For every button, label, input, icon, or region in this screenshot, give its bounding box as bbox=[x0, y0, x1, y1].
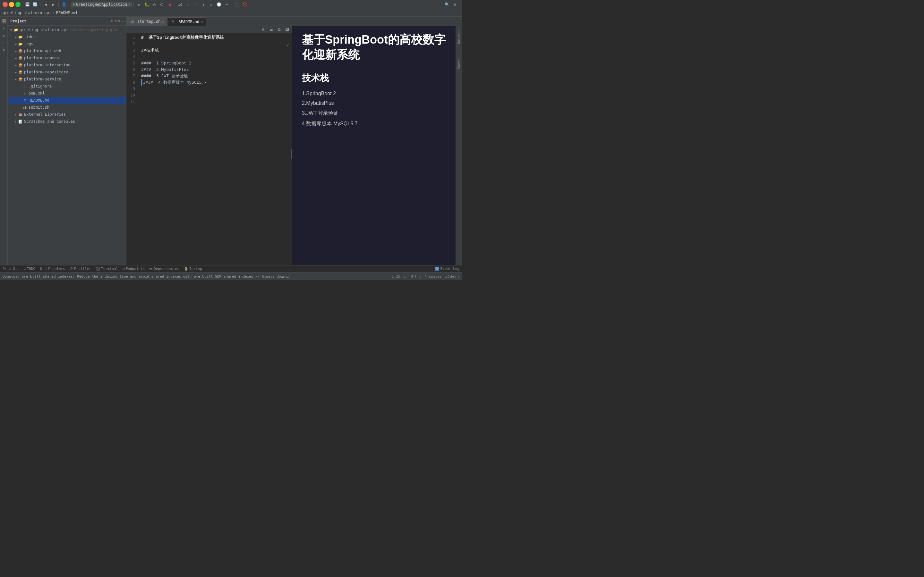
close-panel-icon[interactable]: — bbox=[121, 19, 124, 23]
indent-settings[interactable]: 4 spaces bbox=[425, 274, 442, 279]
problems-number: 6: bbox=[40, 267, 44, 271]
tree-pom[interactable]: ▶ m pom.xml bbox=[8, 90, 126, 97]
event-log-window[interactable]: 1 Event Log bbox=[435, 267, 459, 271]
no-icon-button[interactable]: 🚫 bbox=[241, 1, 248, 8]
spring-tool-window[interactable]: 🍃 Spring bbox=[184, 267, 202, 271]
preview-item-1: 1.SpringBoot 2 bbox=[302, 91, 446, 97]
event-log-badge: 1 bbox=[435, 267, 439, 271]
git-branch-button[interactable]: ⎇ bbox=[177, 1, 184, 8]
bookmark-icon[interactable]: ⊕ bbox=[1, 25, 7, 31]
interaction-icon: 📦 bbox=[18, 63, 23, 68]
editor-code-content[interactable]: 1 2 3 4 5 6 7 8 9 10 11 # 基于SpringBoot的高… bbox=[126, 33, 292, 265]
line-ending[interactable]: LF bbox=[403, 274, 407, 279]
profile-button[interactable]: ⏱ bbox=[158, 1, 166, 8]
image-view-btn[interactable]: 🖼 bbox=[284, 26, 291, 33]
debug-button[interactable]: 🐛 bbox=[143, 1, 150, 8]
code-line-1: # 基于SpringBoot的高校数字化迎新系统 bbox=[141, 34, 289, 41]
database-tab[interactable]: Database bbox=[457, 27, 461, 45]
git-history-button[interactable]: 🕐 bbox=[215, 1, 222, 8]
tree-readme[interactable]: ▶ M README.md bbox=[8, 97, 126, 104]
minimize-button[interactable] bbox=[9, 2, 14, 7]
tree-platform-service[interactable]: ▶ 📦 platform-service bbox=[8, 76, 126, 83]
code-text[interactable]: # 基于SpringBoot的高校数字化迎新系统 ##技术栈 #### 1.Sp… bbox=[138, 33, 292, 265]
structure-sidebar-icon[interactable]: ⊞ bbox=[1, 46, 7, 53]
tree-logs[interactable]: ▶ 📂 logs bbox=[8, 40, 126, 47]
profiler-label: Profiler bbox=[74, 267, 91, 271]
tree-gitignore[interactable]: ▶ ⊘ .gitignore bbox=[8, 83, 126, 90]
git-check-button[interactable]: ✓ bbox=[184, 1, 192, 8]
git-sidebar-icon[interactable]: ± bbox=[1, 32, 7, 39]
cursor-position[interactable]: 1:25 bbox=[392, 274, 401, 279]
project-icon[interactable] bbox=[1, 18, 7, 24]
split-view-btn[interactable]: ⧉ bbox=[276, 26, 283, 33]
back-button[interactable]: ◀ bbox=[42, 1, 49, 8]
list-view-btn[interactable]: ☰ bbox=[268, 26, 275, 33]
scroll-indicator[interactable] bbox=[291, 149, 292, 159]
close-button[interactable] bbox=[3, 2, 8, 7]
profiler-icon: ⏱ bbox=[69, 267, 73, 271]
maximize-button[interactable] bbox=[15, 2, 21, 7]
problems-label: Problems bbox=[48, 267, 65, 271]
git-push-button[interactable]: ↑ bbox=[200, 1, 207, 8]
status-right: 1:25 LF UTF-8 4 spaces ⎇ dev ↑ bbox=[392, 274, 459, 279]
terminal-icon-button[interactable]: ⬛ bbox=[234, 1, 241, 8]
endpoints-icon: ◎ bbox=[123, 267, 125, 271]
tree-platform-repository[interactable]: ▶ 📦 platform-repository bbox=[8, 69, 126, 76]
tree-platform-common[interactable]: ▶ 📦 platform-common bbox=[8, 55, 126, 61]
breadcrumb-file[interactable]: README.md bbox=[56, 11, 77, 15]
panel-settings-icon[interactable]: ⚙ bbox=[118, 19, 120, 23]
root-folder-icon: 📁 bbox=[13, 27, 19, 32]
profiler-tool-window[interactable]: ⏱ Profiler bbox=[69, 267, 91, 271]
line-numbers: 1 2 3 4 5 6 7 8 9 10 11 bbox=[126, 33, 138, 265]
run-button[interactable]: ▶ bbox=[136, 1, 142, 8]
tree-root[interactable]: ▼ 📁 greeting-platform-api ~/GitCode/gree… bbox=[8, 26, 126, 33]
logs-label: logs bbox=[24, 42, 33, 46]
search-button[interactable]: 🔍 bbox=[443, 1, 451, 8]
tree-platform-api-web[interactable]: ▶ 📦 platform-api-web bbox=[8, 47, 126, 55]
save-all-button[interactable]: 💾 bbox=[24, 1, 31, 8]
git-commit-button[interactable]: ✓ bbox=[192, 1, 199, 8]
problems-tool-window[interactable]: 6: ⚠ Problems bbox=[40, 267, 65, 271]
endpoints-tool-window[interactable]: ◎ Endpoints bbox=[123, 267, 145, 271]
tree-platform-interaction[interactable]: ▶ 📦 platform-interaction bbox=[8, 61, 126, 69]
tab-startup[interactable]: sh startup.sh ✕ bbox=[126, 17, 168, 26]
stop-button[interactable]: ■ bbox=[166, 1, 173, 8]
breadcrumb-project[interactable]: greeting-platform-api bbox=[3, 11, 51, 15]
terminal-tool-window[interactable]: ⬛ Terminal bbox=[95, 267, 118, 271]
grid-view-btn[interactable]: ⊞ bbox=[260, 26, 267, 33]
right-sidebar: Database Maven bbox=[456, 26, 462, 265]
tree-arrow-idea: ▶ bbox=[13, 35, 18, 39]
code-line-8: #### 4.数据库版本 MySQL5.7 bbox=[141, 79, 289, 85]
settings-button[interactable]: ⚙ bbox=[451, 1, 458, 8]
tab-readme-close[interactable]: ✕ bbox=[201, 20, 203, 23]
tree-submit[interactable]: ▶ sh submit.sh bbox=[8, 104, 126, 111]
git-revert-button[interactable]: ↩ bbox=[223, 1, 230, 8]
tab-readme[interactable]: M README.md ✕ bbox=[168, 17, 206, 26]
maven-tab[interactable]: Maven bbox=[457, 58, 461, 70]
project-selector[interactable]: ● GreetingWebApplication ▼ bbox=[71, 2, 132, 7]
coverage-button[interactable]: ◎ bbox=[151, 1, 158, 8]
git-branch[interactable]: ⎇ dev ↑ bbox=[445, 274, 460, 279]
spring-label: Spring bbox=[189, 267, 202, 271]
dependencies-label: Dependencies bbox=[153, 267, 179, 271]
commit-sidebar-icon[interactable]: ✓ bbox=[1, 39, 7, 45]
git-tool-window[interactable]: 9: ⎇ Git bbox=[3, 267, 19, 271]
todo-tool-window[interactable]: ☑ TODO bbox=[24, 267, 35, 271]
encoding[interactable]: UTF-8 bbox=[411, 274, 421, 279]
readme-label: README.md bbox=[29, 98, 49, 103]
forward-button[interactable]: ▶ bbox=[50, 1, 57, 8]
sync-button[interactable]: 🔄 bbox=[31, 1, 39, 8]
dependencies-tool-window[interactable]: ⋈ Dependencies bbox=[149, 267, 179, 271]
project-tree: ▼ 📁 greeting-platform-api ~/GitCode/gree… bbox=[8, 26, 126, 265]
tab-startup-close[interactable]: ✕ bbox=[162, 20, 164, 23]
collapse-all-icon[interactable]: ≡ bbox=[115, 19, 117, 23]
tree-external-libraries[interactable]: ▶ 📚 External Libraries bbox=[8, 111, 126, 118]
user-button[interactable]: 👤 bbox=[60, 1, 67, 8]
service-label: platform-service bbox=[24, 77, 61, 81]
tree-idea[interactable]: ▶ 📂 .idea bbox=[8, 33, 126, 40]
root-path: ~/GitCode/greeting-plat bbox=[69, 28, 118, 32]
readme-icon: M bbox=[23, 98, 27, 103]
tree-scratches[interactable]: ▶ 📝 Scratches and Consoles bbox=[8, 118, 126, 125]
git-pull-button[interactable]: ↙ bbox=[208, 1, 215, 8]
expand-all-icon[interactable]: ⊞ bbox=[111, 19, 113, 23]
